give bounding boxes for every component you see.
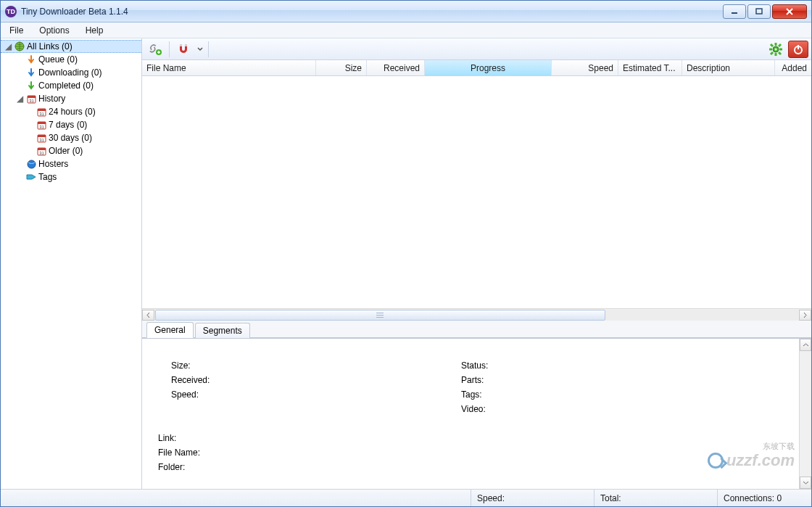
col-size[interactable]: Size — [316, 60, 367, 75]
tree-history[interactable]: ◢ 31 History — [1, 92, 141, 105]
tab-segments[interactable]: Segments — [195, 323, 250, 338]
col-filename[interactable]: File Name — [142, 60, 316, 75]
svg-rect-16 — [38, 148, 46, 150]
titlebar[interactable]: TD Tiny Downloader Beta 1.1.4 — [1, 1, 811, 22]
menu-help[interactable]: Help — [83, 24, 107, 37]
svg-rect-10 — [38, 122, 46, 124]
magnet-dropdown[interactable] — [196, 41, 204, 58]
calendar-icon: 31 — [36, 106, 47, 118]
gear-icon — [768, 42, 783, 57]
tree-all-links[interactable]: ◢ All Links (0) — [1, 40, 141, 53]
scroll-right-arrow[interactable] — [799, 310, 811, 321]
app-window: TD Tiny Downloader Beta 1.1.4 File Optio… — [0, 0, 812, 507]
close-button[interactable] — [772, 4, 807, 19]
calendar-icon: 31 — [36, 119, 47, 131]
col-description[interactable]: Description — [682, 60, 775, 75]
svg-point-31 — [775, 48, 777, 50]
col-progress[interactable]: Progress — [425, 60, 552, 75]
maximize-button[interactable] — [747, 4, 771, 19]
add-link-button[interactable] — [145, 41, 165, 58]
tree-history-7d[interactable]: 31 7 days (0) — [1, 118, 141, 131]
toolbar-separator — [208, 41, 209, 57]
menu-file[interactable]: File — [7, 24, 26, 37]
col-speed[interactable]: Speed — [552, 60, 618, 75]
col-added[interactable]: Added — [775, 60, 811, 75]
svg-point-18 — [28, 160, 36, 168]
toolbar-separator — [169, 41, 170, 57]
tree-history-24h[interactable]: 31 24 hours (0) — [1, 105, 141, 118]
globe-icon — [14, 41, 25, 52]
svg-rect-21 — [185, 44, 187, 46]
arrow-down-orange-icon — [25, 54, 37, 65]
svg-rect-13 — [38, 135, 46, 137]
tree-label: Downloading (0) — [38, 67, 102, 78]
horizontal-scrollbar[interactable] — [142, 308, 811, 321]
arrow-down-green-icon — [25, 80, 37, 91]
globe-blue-icon — [25, 158, 37, 170]
vertical-scrollbar[interactable] — [799, 339, 811, 489]
scroll-thumb[interactable] — [155, 310, 605, 321]
svg-rect-4 — [28, 96, 36, 98]
detail-tabs: General Segments — [142, 321, 811, 338]
link-add-icon — [148, 43, 162, 56]
tree-label: Tags — [38, 172, 57, 182]
tree-hosters[interactable]: Hosters — [1, 157, 141, 170]
svg-text:31: 31 — [29, 99, 34, 103]
menubar: File Options Help — [1, 22, 811, 38]
status-connections: Connections: 0 — [717, 490, 811, 506]
add-magnet-button[interactable] — [173, 41, 194, 58]
main-area: File Name Size Received Progress Speed E… — [142, 38, 811, 489]
scroll-down-arrow[interactable] — [800, 477, 811, 489]
svg-text:31: 31 — [39, 138, 44, 142]
magnet-icon — [177, 43, 190, 56]
svg-line-30 — [779, 44, 781, 46]
col-received[interactable]: Received — [367, 60, 425, 75]
window-controls — [721, 4, 807, 19]
tree-label: History — [38, 94, 65, 104]
svg-rect-20 — [180, 44, 182, 46]
svg-rect-1 — [756, 9, 762, 14]
detail-received: Received: — [171, 375, 418, 389]
scroll-left-arrow[interactable] — [142, 310, 154, 321]
detail-link: Link: — [158, 433, 777, 448]
tab-general[interactable]: General — [146, 322, 194, 338]
toolbar — [142, 38, 811, 60]
scroll-track[interactable] — [155, 310, 798, 321]
menu-options[interactable]: Options — [36, 24, 72, 37]
tree-downloading[interactable]: Downloading (0) — [1, 66, 141, 79]
tree-history-30d[interactable]: 31 30 days (0) — [1, 131, 141, 144]
tree-tags[interactable]: Tags — [1, 170, 141, 184]
detail-filename: File Name: — [158, 448, 777, 462]
svg-line-29 — [771, 52, 773, 54]
svg-text:31: 31 — [39, 125, 44, 129]
tree-completed[interactable]: Completed (0) — [1, 79, 141, 92]
tree-history-older[interactable]: 31 Older (0) — [1, 144, 141, 157]
power-button[interactable] — [788, 41, 808, 58]
detail-video: Video: — [461, 404, 708, 419]
scroll-track[interactable] — [800, 351, 811, 477]
detail-tags: Tags: — [461, 389, 708, 404]
expander-icon[interactable]: ◢ — [4, 41, 12, 51]
tree-label: Hosters — [38, 159, 68, 169]
svg-line-28 — [779, 52, 781, 54]
detail-parts: Parts: — [461, 375, 708, 389]
tree-label: All Links (0) — [27, 41, 72, 51]
settings-button[interactable] — [766, 41, 786, 58]
grid-header: File Name Size Received Progress Speed E… — [142, 60, 811, 76]
col-estimated[interactable]: Estimated T... — [618, 60, 682, 75]
tree-label: 24 hours (0) — [49, 107, 96, 117]
chevron-down-icon — [197, 47, 203, 51]
expander-icon[interactable]: ◢ — [15, 94, 24, 104]
sidebar-tree[interactable]: ◢ All Links (0) Queue (0) Downloading (0… — [1, 38, 142, 489]
scroll-up-arrow[interactable] — [800, 339, 811, 351]
grid-body[interactable] — [142, 76, 811, 308]
window-title: Tiny Downloader Beta 1.1.4 — [21, 7, 128, 17]
status-total: Total: — [594, 490, 717, 506]
minimize-button[interactable] — [723, 4, 746, 19]
tree-label: 30 days (0) — [49, 133, 92, 143]
body: ◢ All Links (0) Queue (0) Downloading (0… — [1, 38, 811, 489]
tree-queue[interactable]: Queue (0) — [1, 53, 141, 66]
status-speed: Speed: — [471, 490, 594, 506]
detail-folder: Folder: — [158, 462, 777, 477]
detail-status: Status: — [461, 360, 708, 375]
